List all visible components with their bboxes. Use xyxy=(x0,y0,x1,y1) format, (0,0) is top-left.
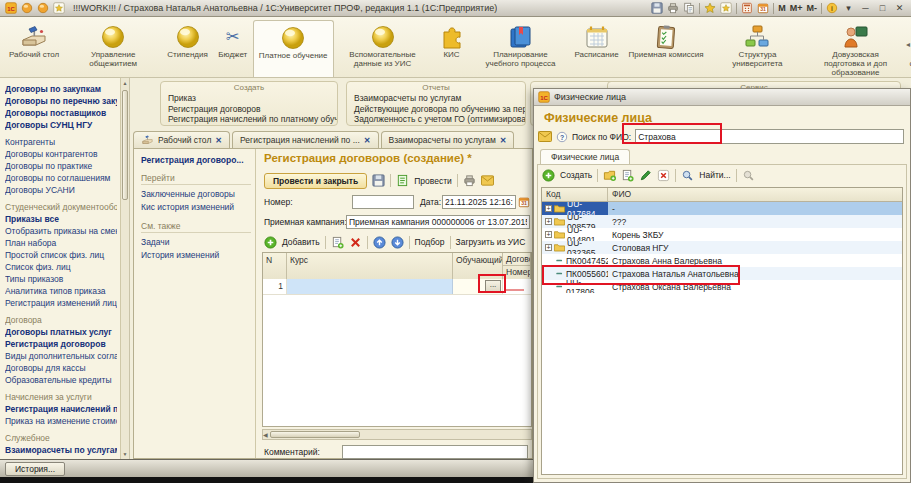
ribbon-tab[interactable]: Расписание xyxy=(570,20,624,77)
post-icon[interactable] xyxy=(396,174,409,187)
find-icon[interactable] xyxy=(681,169,694,182)
expand-plus-icon[interactable] xyxy=(545,218,552,225)
comment-input[interactable] xyxy=(342,445,528,459)
maximize-button[interactable]: □ xyxy=(876,3,889,13)
ribbon-tab[interactable]: Управление общежитием xyxy=(64,20,162,77)
date-picker-icon[interactable]: 31 xyxy=(518,196,530,208)
document-tab[interactable]: Взаиморасчеты по услугам ✕ xyxy=(381,131,515,148)
nav-link[interactable]: История изменений xyxy=(141,249,251,262)
sidebar-item[interactable]: Договоры по закупкам xyxy=(5,83,117,95)
delete-icon[interactable] xyxy=(657,169,670,182)
mail-icon[interactable] xyxy=(538,131,552,142)
sidebar-item[interactable]: Служебное xyxy=(5,432,117,444)
persons-tab[interactable]: Физические лица xyxy=(540,149,630,164)
person-row[interactable]: UU-017684 - xyxy=(542,202,902,215)
ribbon-scroll-icon[interactable]: ◂ xyxy=(906,40,910,49)
sidebar-item[interactable]: План набора xyxy=(5,237,117,249)
person-code-cell[interactable]: UU-014801 xyxy=(542,228,608,241)
sidebar-item[interactable]: Договоры контрагентов xyxy=(5,148,117,160)
cell-course[interactable] xyxy=(287,279,453,294)
document-tab[interactable]: Рабочий стол ✕ xyxy=(133,131,230,148)
sidebar-item[interactable]: Контрагенты xyxy=(5,136,117,148)
command-link[interactable]: Приказ xyxy=(161,93,337,104)
create-icon[interactable] xyxy=(542,169,555,182)
sidebar-item[interactable]: Договоры по соглашениям xyxy=(5,172,117,184)
copy-row-icon[interactable] xyxy=(331,236,344,249)
command-link[interactable]: Действующие договора по обучению за пери… xyxy=(347,104,525,115)
search-by-name-input[interactable] xyxy=(635,129,904,144)
sidebar-item[interactable]: Договоры по практике xyxy=(5,160,117,172)
sidebar-item[interactable]: Типы приказов xyxy=(5,273,117,285)
ribbon-tab[interactable]: Вспомогательные данные из УИС xyxy=(334,20,432,77)
command-link[interactable]: Взаиморасчеты по услугам xyxy=(347,93,525,104)
scroll-left-icon[interactable]: ◀ xyxy=(263,431,268,438)
sidebar-item[interactable]: Отобразить приказы на смену ФИО xyxy=(5,225,117,237)
move-up-icon[interactable] xyxy=(373,236,386,249)
sidebar-item[interactable]: Аналитика типов приказа xyxy=(5,285,117,297)
favorites-star-icon[interactable] xyxy=(53,2,65,14)
memory-m-button[interactable]: M xyxy=(778,3,786,13)
post-and-close-button[interactable]: Провести и закрыть xyxy=(264,173,367,189)
person-code-cell[interactable]: UU-032365 xyxy=(542,241,608,254)
command-link[interactable]: Задолженность с учетом ГО (оптимизирован… xyxy=(347,114,525,125)
help-icon[interactable]: ? xyxy=(556,131,568,143)
expand-plus-icon[interactable] xyxy=(545,231,552,238)
date-input[interactable] xyxy=(442,195,516,209)
load-from-uis-button[interactable]: Загрузить из УИС xyxy=(456,237,526,247)
sidebar-item[interactable]: Договора xyxy=(5,314,117,326)
history-button[interactable]: История... xyxy=(5,462,65,476)
ribbon-tab[interactable]: ✂ Бюджет xyxy=(213,20,253,77)
copy-icon[interactable] xyxy=(621,169,634,182)
ribbon-tab[interactable]: Довузовская подготовка и доп образование xyxy=(806,20,904,77)
person-code-cell[interactable]: ПК0055601 xyxy=(542,267,608,280)
sidebar-item[interactable]: Список физ. лиц xyxy=(5,261,117,273)
col-contract[interactable]: Договор Номер xyxy=(503,253,531,279)
edit-icon[interactable] xyxy=(639,169,652,182)
pick-button[interactable]: Подбор xyxy=(415,237,445,247)
person-code-cell[interactable]: UU-008579 xyxy=(542,215,608,228)
expand-plus-icon[interactable] xyxy=(545,244,552,251)
post-button[interactable]: Провести xyxy=(414,176,452,186)
command-link[interactable]: Регистрация договоров xyxy=(161,104,337,115)
col-course[interactable]: Курс xyxy=(287,253,453,279)
person-code-cell[interactable]: UU-017684 xyxy=(542,202,608,215)
tab-close-icon[interactable]: ✕ xyxy=(215,136,222,145)
minimize-button[interactable]: ─ xyxy=(859,3,872,13)
chevron-down-icon[interactable]: ▾ xyxy=(842,3,855,13)
add-icon[interactable] xyxy=(264,236,277,249)
sidebar-item[interactable]: Регистрация изменений лицензий xyxy=(5,297,117,309)
star-icon[interactable] xyxy=(704,2,716,14)
ribbon-tab[interactable]: Планирование учебного процесса xyxy=(472,20,570,77)
mail-icon[interactable] xyxy=(481,174,494,187)
campaign-input[interactable] xyxy=(346,215,530,229)
clear-find-icon[interactable] xyxy=(742,169,755,182)
create-button[interactable]: Создать xyxy=(560,170,592,180)
ribbon-tab[interactable]: Рабочий стол xyxy=(4,20,64,77)
cell-contract-number[interactable] xyxy=(503,279,531,294)
find-button[interactable]: Найти... xyxy=(699,170,730,180)
info-icon[interactable]: i xyxy=(826,2,838,14)
person-row[interactable]: UU-032365 Столовая НГУ xyxy=(542,241,902,254)
calculator-icon[interactable] xyxy=(741,2,753,14)
document-tab[interactable]: Регистрация начислений по ... ✕ xyxy=(232,131,378,148)
ribbon-tab[interactable]: КИС xyxy=(432,20,472,77)
close-button[interactable]: ✕ xyxy=(893,3,906,13)
add-button[interactable]: Добавить xyxy=(282,237,320,247)
persons-window-titlebar[interactable]: 1С Физические лица xyxy=(534,89,910,106)
cell-student[interactable]: ... xyxy=(453,279,503,294)
expand-plus-icon[interactable] xyxy=(545,205,552,212)
sidebar-item[interactable]: Виды дополнительных соглашений xyxy=(5,350,117,362)
nav-link[interactable]: Заключенные договоры xyxy=(141,188,251,201)
create-group-icon[interactable] xyxy=(603,169,616,182)
col-fio[interactable]: ФИО xyxy=(608,188,902,201)
print-icon[interactable] xyxy=(463,174,476,187)
sidebar-item[interactable]: Простой список физ. лиц xyxy=(5,249,117,261)
memory-m-plus-button[interactable]: M+ xyxy=(790,3,803,13)
ribbon-tab[interactable]: Структура университета xyxy=(708,20,806,77)
person-row[interactable]: UU-014801 Корень ЗКБУ xyxy=(542,228,902,241)
tab-close-icon[interactable]: ✕ xyxy=(500,136,507,145)
sidebar-item[interactable]: Образовательные кредиты xyxy=(5,374,117,386)
col-n[interactable]: N xyxy=(263,253,287,279)
sidebar-item[interactable]: Регистрация начислений по пл... xyxy=(5,403,117,415)
calendar-icon[interactable]: 31 xyxy=(757,2,769,14)
